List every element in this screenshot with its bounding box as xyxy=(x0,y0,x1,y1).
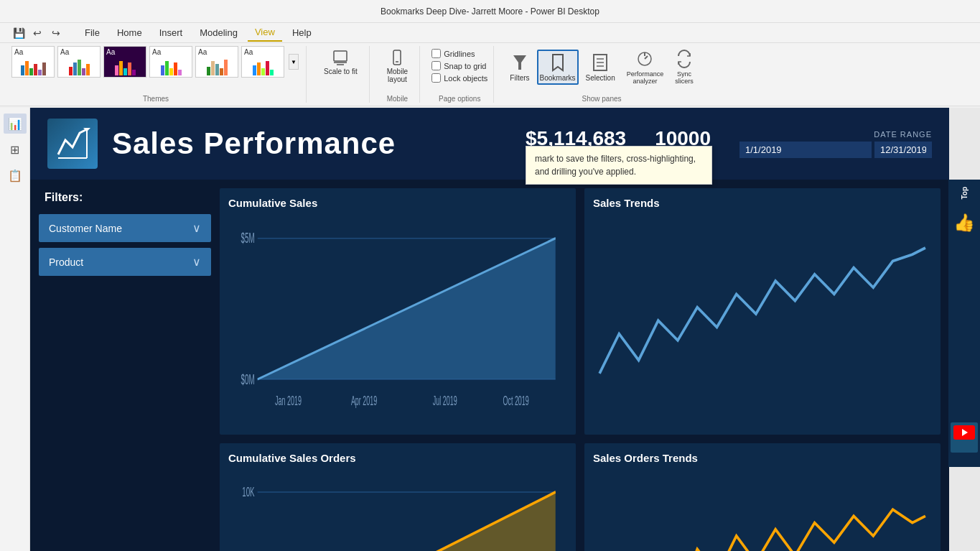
bookmarks-pane-button[interactable]: Bookmarks xyxy=(537,50,579,85)
gridlines-checkbox-row[interactable]: Gridlines xyxy=(431,49,487,58)
svg-rect-3 xyxy=(393,50,401,65)
right-panel-partial: Top 👍 xyxy=(948,180,980,467)
selection-icon xyxy=(592,52,609,73)
menu-modeling[interactable]: Modeling xyxy=(192,24,245,41)
undo-button[interactable]: ↩ xyxy=(30,26,45,40)
customer-name-filter[interactable]: Customer Name ∨ xyxy=(39,214,211,242)
orders-trends-card: Sales Orders Trends xyxy=(584,443,941,551)
quick-access: 💾 ↩ ↪ xyxy=(6,26,69,40)
dash-header: Sales Performance $5,114,683 Total Sales… xyxy=(30,108,949,180)
scale-to-fit-button[interactable]: Scale to fit xyxy=(318,46,363,78)
orders-trends-chart xyxy=(593,470,932,551)
left-sidebar: 📊 ⊞ 📋 xyxy=(0,108,30,551)
filter-icon xyxy=(511,52,528,73)
filters-panel: Filters: Customer Name ∨ Product ∨ xyxy=(39,188,211,542)
charts-area: Cumulative Sales $5M xyxy=(220,188,941,542)
svg-marker-5 xyxy=(513,55,526,70)
subscribe-icon xyxy=(953,425,975,447)
canvas-area: mark to save the filters, cross-highligh… xyxy=(30,108,980,551)
bookmarks-pane-label: Bookmarks xyxy=(540,74,576,82)
themes-more-button[interactable]: ▼ xyxy=(289,54,299,70)
themes-row: Aa Aa xyxy=(11,46,300,78)
sales-trends-svg xyxy=(593,215,932,426)
save-button[interactable]: 💾 xyxy=(11,26,26,40)
page-options-group: Gridlines Snap to grid Lock objects Page… xyxy=(426,46,494,103)
page-options-label: Page options xyxy=(439,93,480,103)
theme-3[interactable]: Aa xyxy=(103,46,146,78)
scale-to-fit-icon xyxy=(332,49,349,66)
sales-trends-title: Sales Trends xyxy=(593,197,932,209)
selection-pane-label: Selection xyxy=(586,74,615,82)
cumulative-orders-card: Cumulative Sales Orders xyxy=(220,443,576,551)
cumulative-sales-card: Cumulative Sales $5M xyxy=(220,188,576,435)
theme-1[interactable]: Aa xyxy=(11,46,55,78)
title-text: Bookmarks Deep Dive- Jarrett Moore - Pow… xyxy=(381,6,599,17)
sync-slicers-label: Syncslicers xyxy=(675,70,694,85)
cumulative-orders-chart: 10K 5K 0K Jan 2019 Apr 2019 Jul 2019 Oct… xyxy=(228,470,567,551)
svg-marker-29 xyxy=(258,492,556,551)
menu-insert[interactable]: Insert xyxy=(152,24,190,41)
snap-to-grid-checkbox-row[interactable]: Snap to grid xyxy=(431,61,487,70)
mobile-layout-button[interactable]: Mobilelayout xyxy=(381,46,414,86)
show-panes-label: Show panes xyxy=(582,93,622,103)
date-range-label: DATE RANGE xyxy=(739,130,932,139)
orders-trends-title: Sales Orders Trends xyxy=(593,452,932,464)
lock-objects-checkbox-row[interactable]: Lock objects xyxy=(431,73,487,83)
bookmark-icon xyxy=(549,52,566,73)
theme-5[interactable]: Aa xyxy=(195,46,238,78)
date-end-input[interactable] xyxy=(874,142,932,158)
sidebar-data-icon[interactable]: ⊞ xyxy=(4,139,27,159)
sync-slicers-button[interactable]: Syncslicers xyxy=(671,46,698,88)
snap-to-grid-checkbox[interactable] xyxy=(431,61,441,70)
top-label: Top xyxy=(961,187,969,200)
top-charts-row: Cumulative Sales $5M xyxy=(220,188,941,435)
menu-view[interactable]: View xyxy=(248,24,282,42)
cumulative-orders-svg: 10K 5K 0K Jan 2019 Apr 2019 Jul 2019 Oct… xyxy=(228,470,567,551)
product-filter[interactable]: Product ∨ xyxy=(39,248,211,276)
gridlines-checkbox[interactable] xyxy=(431,49,441,58)
menu-file[interactable]: File xyxy=(78,24,107,41)
filters-pane-label: Filters xyxy=(510,74,529,82)
ribbon: Aa Aa xyxy=(0,43,980,106)
mobile-group: Mobilelayout Mobile xyxy=(375,46,420,103)
cumulative-sales-svg: $5M $0M Jan 2019 Apr 2019 Jul 2019 Oct 2… xyxy=(228,215,567,426)
logo-icon xyxy=(55,126,90,162)
product-chevron: ∨ xyxy=(192,255,201,269)
menu-home[interactable]: Home xyxy=(110,24,149,41)
performance-pane-button[interactable]: Performanceanalyzer xyxy=(622,46,668,88)
thumbs-up-icon: 👍 xyxy=(953,213,975,233)
lock-objects-checkbox[interactable] xyxy=(431,73,441,83)
mobile-icon xyxy=(388,49,406,66)
selection-pane-button[interactable]: Selection xyxy=(582,50,620,85)
gridlines-label: Gridlines xyxy=(444,50,475,58)
dash-body: Filters: Customer Name ∨ Product ∨ Cumul… xyxy=(30,180,949,551)
snap-to-grid-label: Snap to grid xyxy=(444,62,486,70)
theme-4[interactable]: Aa xyxy=(149,46,192,78)
svg-text:10K: 10K xyxy=(242,485,254,499)
dashboard: Sales Performance $5,114,683 Total Sales… xyxy=(30,108,949,551)
menu-help[interactable]: Help xyxy=(285,24,319,41)
dash-title: Sales Performance xyxy=(112,126,511,161)
sidebar-model-icon[interactable]: 📋 xyxy=(4,165,27,185)
product-label: Product xyxy=(49,256,83,268)
date-start-input[interactable] xyxy=(739,142,872,158)
cumulative-sales-chart: $5M $0M Jan 2019 Apr 2019 Jul 2019 Oct 2… xyxy=(228,215,567,426)
date-range-box: DATE RANGE xyxy=(739,130,932,158)
theme-2[interactable]: Aa xyxy=(57,46,101,78)
subscribe-badge xyxy=(951,422,978,453)
themes-group: Aa Aa xyxy=(6,46,307,103)
redo-button[interactable]: ↪ xyxy=(49,26,63,40)
svg-text:$5M: $5M xyxy=(241,231,255,246)
cumulative-sales-title: Cumulative Sales xyxy=(228,197,567,209)
filters-pane-button[interactable]: Filters xyxy=(505,50,533,85)
theme-6[interactable]: Aa xyxy=(241,46,284,78)
tooltip-text: mark to save the filters, cross-highligh… xyxy=(535,154,696,177)
mobile-layout-label: Mobilelayout xyxy=(387,68,408,83)
sidebar-report-icon[interactable]: 📊 xyxy=(4,114,27,134)
menu-bar: 💾 ↩ ↪ File Home Insert Modeling View Hel… xyxy=(0,23,980,43)
customer-name-label: Customer Name xyxy=(49,223,122,234)
svg-text:Jul 2019: Jul 2019 xyxy=(433,394,457,408)
mobile-group-label: Mobile xyxy=(387,93,408,103)
sales-trends-card: Sales Trends xyxy=(584,188,941,435)
performance-pane-label: Performanceanalyzer xyxy=(627,70,664,85)
